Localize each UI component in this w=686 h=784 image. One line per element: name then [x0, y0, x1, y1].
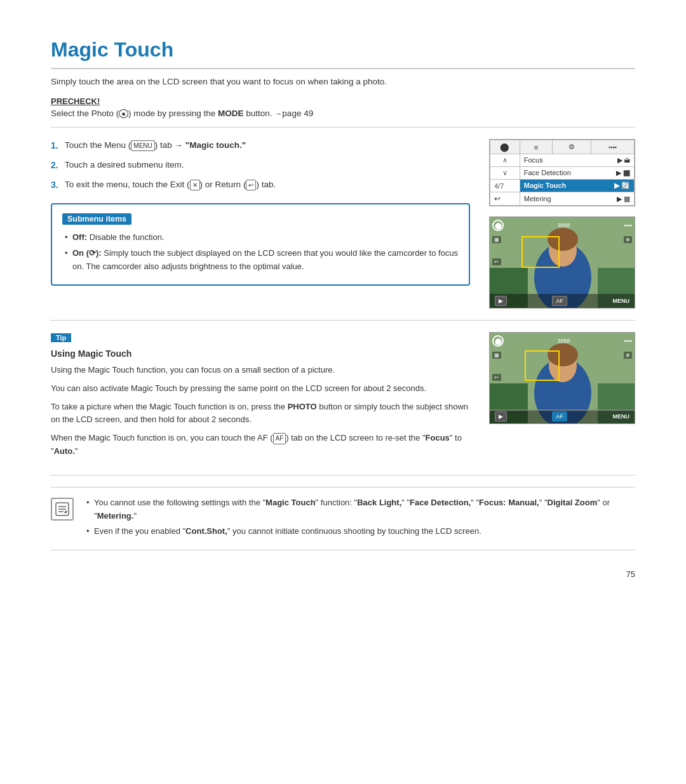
submenu-box: Submenu items Off: Disable the function.…: [51, 203, 470, 286]
step-3-num: 3.: [51, 178, 65, 192]
cam-bottom-bar-2: ▶ AF MENU: [490, 409, 635, 423]
cam-arrow-icon-2: ↩: [492, 374, 501, 381]
step-list: 1. Touch the Menu (MENU) tab → "Magic to…: [51, 139, 470, 192]
images-column: ⬤ ≡ ⚙ ▪▪▪▪ ∧ Focus ▶ 🏔 ∨ Face Detection …: [489, 139, 635, 309]
arrow: →: [274, 109, 282, 118]
note-face-bold: Face Detection,: [410, 498, 471, 507]
tip-section: Tip Using Magic Touch Using the Magic To…: [51, 332, 635, 475]
notes-icon: [51, 498, 74, 521]
mode-bold: MODE: [218, 109, 244, 118]
submenu-on-bold: On (⟳):: [72, 248, 102, 258]
cam-back-row: ↩ Metering ▶ ▦: [490, 192, 635, 206]
photo-icon: ●: [119, 109, 128, 118]
step-1-num: 1.: [51, 139, 65, 152]
cam-focus-row: Focus ▶ 🏔: [520, 154, 634, 167]
cam-top-middle-1: 3888: [558, 222, 570, 229]
focus-bold-tip: Focus: [426, 433, 450, 442]
cam-side-icons-1: ▦ ↩: [492, 236, 501, 265]
cam-menu-label-2: MENU: [612, 413, 629, 420]
cam-right-icons-1: ⊕: [624, 236, 632, 243]
step-3-text: To exit the menu, touch the Exit (✕) or …: [65, 178, 276, 191]
notes-content: You cannot use the following settings wi…: [84, 496, 635, 541]
note-backlight-bold: Back Light,: [357, 498, 401, 507]
step-1: 1. Touch the Menu (MENU) tab → "Magic to…: [51, 139, 470, 152]
tip-image-col: ⬤ 3888 ▪▪▪▪ ▦ ↩ ⊕ ▶ AF MENU: [489, 332, 635, 463]
cam-play-btn-1[interactable]: ▶: [495, 296, 507, 306]
page-title: Magic Touch: [51, 38, 635, 69]
cam-circle-icon-1: ⬤: [492, 220, 504, 231]
cam-bat-2: ▪▪▪▪: [624, 338, 632, 344]
main-section: 1. Touch the Menu (MENU) tab → "Magic to…: [51, 139, 635, 321]
cam-bottom-bar-1: ▶ AF MENU: [490, 294, 635, 308]
precheck-text: Select the Photo (●) mode by pressing th…: [51, 109, 635, 128]
cam-icon-gear: ⚙: [553, 140, 591, 154]
cam-down-arrow: ∨: [490, 167, 520, 180]
note-item-2: Even if the you enabled "Cont.Shot," you…: [84, 525, 635, 538]
cam-battery-status: ▪▪▪▪: [591, 140, 634, 154]
cam-overlay-top-2: ⬤ 3888 ▪▪▪▪: [492, 335, 632, 347]
step-1-bold: "Magic touch.": [185, 140, 246, 150]
cam-menu-label-1: MENU: [612, 298, 629, 304]
cam-metering: Metering ▶ ▦: [520, 192, 634, 206]
note-focus-manual-bold: Focus: Manual,: [479, 498, 539, 507]
step-2: 2. Touch a desired submenu item.: [51, 159, 470, 172]
note-item-1: You cannot use the following settings wi…: [84, 496, 635, 523]
cam-face-detection: Face Detection ▶ ⬛: [520, 167, 634, 180]
precheck-section: PRECHECK! Select the Photo (●) mode by p…: [51, 96, 635, 128]
cam-af-btn-1[interactable]: AF: [552, 296, 567, 306]
menu-icon: MENU: [131, 140, 154, 151]
camera-menu-table: ⬤ ≡ ⚙ ▪▪▪▪ ∧ Focus ▶ 🏔 ∨ Face Detection …: [490, 140, 635, 206]
cam-q-icon-1: ⊕: [624, 236, 632, 243]
note-metering-bold: Metering.: [97, 511, 134, 521]
step-1-text: Touch the Menu (MENU) tab → "Magic touch…: [65, 139, 246, 152]
tip-para-2: You can also activate Magic Touch by pre…: [51, 382, 470, 395]
cam-status-1: ▪▪▪▪: [624, 222, 632, 229]
notes-section: You cannot use the following settings wi…: [51, 487, 635, 550]
cam-counter: 4/7: [490, 180, 520, 192]
cam-play-btn-2[interactable]: ▶: [495, 411, 507, 422]
cam-side-icons-2: ▦ ↩: [492, 352, 501, 381]
cam-icon-list: ≡: [520, 140, 552, 154]
subtitle: Simply touch the area on the LCD screen …: [51, 77, 635, 86]
focus-box-2: [525, 350, 560, 381]
submenu-item-off: Off: Disable the function.: [62, 231, 459, 244]
cam-face-row: ∨ Face Detection ▶ ⬛: [490, 167, 635, 180]
note-magic-touch-bold: Magic Touch: [266, 498, 315, 507]
cam-top-middle-2: 3888: [558, 338, 570, 344]
tip-column: Tip Using Magic Touch Using the Magic To…: [51, 332, 470, 463]
cam-up-arrow: ∧: [490, 154, 520, 167]
tip-label: Tip: [51, 333, 71, 342]
cam-icon-photo: ⬤: [490, 140, 520, 154]
note-svg-icon: [55, 502, 70, 517]
note-contshot-bold: Cont.Shot,: [185, 526, 227, 536]
cam-top-row: ⬤ ≡ ⚙ ▪▪▪▪: [490, 140, 635, 154]
cam-magic-touch-selected: Magic Touch ▶ 🔄: [520, 180, 634, 192]
af-inline-icon: AF: [273, 433, 286, 444]
notes-list: You cannot use the following settings wi…: [84, 496, 635, 538]
camera-menu-ui: ⬤ ≡ ⚙ ▪▪▪▪ ∧ Focus ▶ 🏔 ∨ Face Detection …: [489, 139, 635, 206]
camera-viewfinder-2: ⬤ 3888 ▪▪▪▪ ▦ ↩ ⊕ ▶ AF MENU: [489, 332, 635, 424]
step-3: 3. To exit the menu, touch the Exit (✕) …: [51, 178, 470, 192]
cam-bat-1: ▪▪▪▪: [624, 222, 632, 229]
cam-q-icon-2: ⊕: [624, 352, 632, 359]
note-digital-zoom-bold: Digital Zoom: [548, 498, 598, 507]
cam-grid-icon-1: ▦: [492, 236, 501, 243]
submenu-list: Off: Disable the function. On (⟳): Simpl…: [62, 231, 459, 273]
cam-back-icon: ↩: [490, 192, 520, 206]
cam-overlay-top-1: ⬤ 3888 ▪▪▪▪: [492, 220, 632, 231]
tip-para-1: Using the Magic Touch function, you can …: [51, 364, 470, 377]
tip-para-3: To take a picture when the Magic Touch f…: [51, 401, 470, 427]
submenu-item-on: On (⟳): Simply touch the subject display…: [62, 247, 459, 274]
page-number: 75: [51, 569, 635, 579]
cam-af-btn-2[interactable]: AF: [552, 411, 567, 422]
cam-right-icons-2: ⊕: [624, 352, 632, 359]
precheck-label: PRECHECK!: [51, 96, 635, 106]
auto-bold-tip: Auto.: [54, 446, 75, 456]
step-2-text: Touch a desired submenu item.: [65, 159, 184, 171]
cam-arrow-icon-1: ↩: [492, 258, 501, 265]
photo-bold: PHOTO: [288, 402, 317, 411]
focus-box-1: [521, 236, 560, 268]
exit-icon: ✕: [190, 180, 200, 190]
return-icon: ↩: [246, 180, 256, 190]
cam-grid-icon-2: ▦: [492, 352, 501, 359]
